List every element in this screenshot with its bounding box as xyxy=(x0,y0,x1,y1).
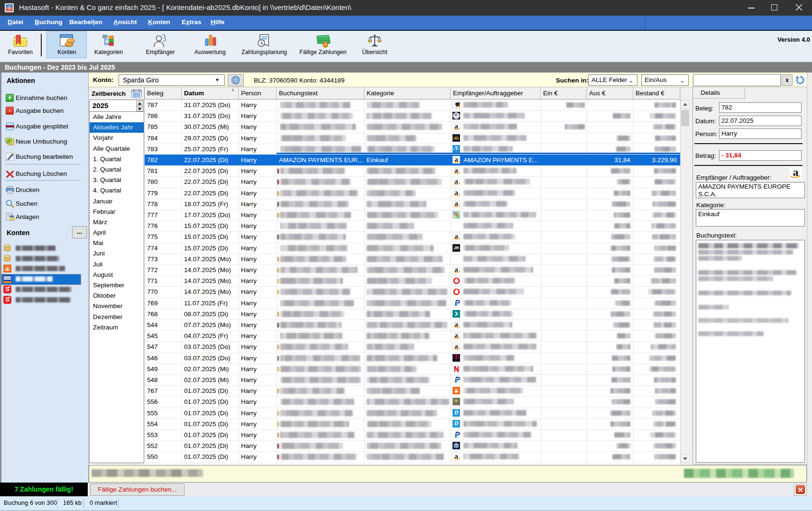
svg-text:G: G xyxy=(455,444,457,447)
